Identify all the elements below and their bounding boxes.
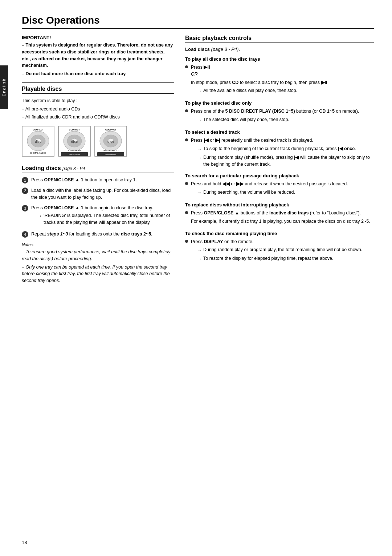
step-3-arrow-text: 'READING' is displayed. The selected dis… bbox=[44, 212, 174, 226]
play-all-arrow-text: All the available discs will play once, … bbox=[203, 87, 297, 94]
note-1: – To ensure good system performance, wai… bbox=[22, 249, 174, 262]
divider-playable bbox=[22, 82, 174, 83]
search-passage-arrow: → During searching, the volume will be r… bbox=[197, 189, 348, 197]
check-time-arrow-2: → To restore the display for elapsed pla… bbox=[197, 255, 362, 263]
arrow-icon: → bbox=[197, 255, 202, 263]
svg-text:ReWritable: ReWritable bbox=[105, 153, 116, 156]
play-selected-content: Press one of the 5 DISC DIRECT PLAY (DIS… bbox=[191, 108, 359, 125]
step-3-arrow: → 'READING' is displayed. The selected d… bbox=[37, 212, 174, 226]
playable-discs-title: Playable discs bbox=[22, 86, 174, 94]
note-2: – Only one tray can be opened at each ti… bbox=[22, 264, 174, 284]
step-3-text: Press OPEN/CLOSE ▲ 1 button again to clo… bbox=[31, 205, 174, 227]
select-track-arrow-2: → During random play (shuffle mode), pre… bbox=[197, 154, 374, 168]
arrow-icon: → bbox=[197, 87, 202, 95]
play-all-discs-title: To play all discs on the disc trays bbox=[185, 56, 374, 62]
svg-text:COMPACT: COMPACT bbox=[33, 129, 44, 131]
playable-discs-item2: – All finalized audio CDR and audio CDRW… bbox=[22, 114, 174, 121]
loading-discs-title: Loading discs page 3 - P4 bbox=[22, 165, 174, 173]
step-num-2: 2 bbox=[22, 188, 28, 194]
check-time-arrow-2-text: To restore the display for elapsed playi… bbox=[203, 255, 334, 262]
check-time-content: Press DISPLAY on the remote. → During ra… bbox=[191, 238, 362, 264]
arrow-icon: → bbox=[197, 116, 202, 124]
arrow-icon: → bbox=[197, 246, 202, 254]
arrow-icon: → bbox=[197, 145, 202, 153]
play-all-arrow: → All the available discs will play once… bbox=[197, 87, 327, 95]
svg-text:disc: disc bbox=[71, 140, 78, 144]
svg-text:DIGITAL AUDIO: DIGITAL AUDIO bbox=[30, 152, 46, 154]
check-time-title: To check the disc remaining playing time bbox=[185, 231, 374, 236]
arrow-icon: → bbox=[197, 189, 202, 197]
step-num-4: 4 bbox=[22, 231, 28, 238]
search-passage-arrow-text: During searching, the volume will be red… bbox=[203, 189, 295, 196]
play-selected-title: To play the selected disc only bbox=[185, 100, 374, 106]
important-label: IMPORTANT! bbox=[22, 35, 174, 40]
svg-text:Recordable: Recordable bbox=[69, 153, 80, 156]
select-track-text: Press |◀ or ▶| repeatedly until the desi… bbox=[191, 137, 374, 144]
step-4-text: Repeat steps 1~3 for loading discs onto … bbox=[31, 231, 174, 238]
search-passage-bullet: Press and hold ◀◀ or ▶▶ and release it w… bbox=[185, 181, 374, 198]
important-text-1: – This system is designed for regular di… bbox=[22, 42, 174, 69]
select-track-title: To select a desired track bbox=[185, 129, 374, 135]
arrow-icon: → bbox=[37, 212, 42, 220]
basic-playback-title: Basic playback controls bbox=[185, 35, 374, 43]
svg-text:DIGITAL AUDIO: DIGITAL AUDIO bbox=[103, 149, 118, 152]
important-text-2: – Do not load more than one disc onto ea… bbox=[22, 70, 174, 77]
play-selected-arrow: → The selected disc will play once, then… bbox=[197, 116, 359, 124]
disc-image-3: COMPACT disc DIGITAL AUDIO ReWritable bbox=[94, 126, 127, 157]
select-track-arrow-1: → To skip to the beginning of the curren… bbox=[197, 145, 374, 153]
step-2-text: Load a disc with the label side facing u… bbox=[31, 187, 174, 201]
bullet-dot bbox=[185, 182, 188, 185]
page-title: Disc Operations bbox=[22, 15, 374, 29]
notes-section: Notes: – To ensure good system performan… bbox=[22, 241, 174, 284]
svg-text:COMPACT: COMPACT bbox=[69, 129, 80, 131]
loading-step-1: 1 Press OPEN/CLOSE ▲ 1 button to open di… bbox=[22, 177, 174, 184]
search-passage-title: To search for a particular passage durin… bbox=[185, 173, 374, 178]
notes-label: Notes: bbox=[22, 241, 174, 248]
playable-discs-item1: – All pre-recorded audio CDs bbox=[22, 106, 174, 113]
play-selected-arrow-text: The selected disc will play once, then s… bbox=[203, 116, 289, 123]
disc-images: COMPACT disc DIGITAL AUDIO COMPACT disc … bbox=[22, 126, 174, 157]
disc-image-2: COMPACT disc DIGITAL AUDIO Recordable bbox=[58, 126, 91, 157]
step-num-3: 3 bbox=[22, 205, 28, 211]
side-tab: English bbox=[0, 65, 8, 109]
important-box: IMPORTANT! – This system is designed for… bbox=[22, 35, 174, 77]
loading-step-3: 3 Press OPEN/CLOSE ▲ 1 button again to c… bbox=[22, 205, 174, 227]
select-track-content: Press |◀ or ▶| repeatedly until the desi… bbox=[191, 137, 374, 169]
loading-discs-ref: page 3 - P4 bbox=[62, 166, 85, 171]
svg-text:disc: disc bbox=[35, 140, 41, 144]
step-num-1: 1 bbox=[22, 177, 28, 184]
divider-loading bbox=[22, 162, 174, 162]
load-discs-reference: Load discs (page 3 - P4). bbox=[185, 47, 374, 52]
replace-discs-bullet: Press OPEN/CLOSE ▲ buttons of the inacti… bbox=[185, 210, 374, 226]
loading-step-4: 4 Repeat steps 1~3 for loading discs ont… bbox=[22, 231, 174, 238]
check-time-arrow-1-text: During random play or program play, the … bbox=[203, 246, 362, 253]
check-time-bullet: Press DISPLAY on the remote. → During ra… bbox=[185, 238, 374, 264]
disc-image-1: COMPACT disc DIGITAL AUDIO bbox=[22, 126, 54, 157]
play-all-content: Press ▶IIOR In stop mode, press CD to se… bbox=[191, 64, 327, 96]
bullet-dot bbox=[185, 211, 188, 214]
svg-text:disc: disc bbox=[107, 140, 114, 144]
bullet-dot bbox=[185, 138, 188, 141]
left-column: IMPORTANT! – This system is designed for… bbox=[22, 35, 174, 286]
play-all-extra: In stop mode, press CD to select a disc … bbox=[191, 79, 327, 86]
side-tab-label: English bbox=[2, 78, 6, 96]
play-all-bullet: Press ▶IIOR In stop mode, press CD to se… bbox=[185, 64, 374, 96]
arrow-icon: → bbox=[197, 154, 202, 162]
playable-discs-intro: This system is able to play : bbox=[22, 97, 174, 104]
two-column-layout: IMPORTANT! – This system is designed for… bbox=[22, 35, 374, 286]
play-all-press: Press ▶IIOR bbox=[191, 64, 327, 78]
svg-text:COMPACT: COMPACT bbox=[105, 129, 116, 131]
step-1-text: Press OPEN/CLOSE ▲ 1 button to open disc… bbox=[31, 177, 174, 184]
search-passage-content: Press and hold ◀◀ or ▶▶ and release it w… bbox=[191, 181, 348, 198]
search-passage-text: Press and hold ◀◀ or ▶▶ and release it w… bbox=[191, 181, 348, 188]
select-track-bullet: Press |◀ or ▶| repeatedly until the desi… bbox=[185, 137, 374, 169]
replace-discs-extra: For example, if currently disc tray 1 is… bbox=[191, 218, 370, 225]
page-number: 18 bbox=[22, 540, 27, 545]
loading-discs-section: Loading discs page 3 - P4 1 Press OPEN/C… bbox=[22, 165, 174, 284]
select-track-arrow-2-text: During random play (shuffle mode), press… bbox=[203, 154, 374, 168]
check-time-text: Press DISPLAY on the remote. bbox=[191, 238, 362, 245]
check-time-arrow-1: → During random play or program play, th… bbox=[197, 246, 362, 254]
right-column: Basic playback controls Load discs (page… bbox=[185, 35, 374, 286]
select-track-arrow-1-text: To skip to the beginning of the current … bbox=[203, 145, 356, 152]
replace-discs-text: Press OPEN/CLOSE ▲ buttons of the inacti… bbox=[191, 210, 370, 217]
